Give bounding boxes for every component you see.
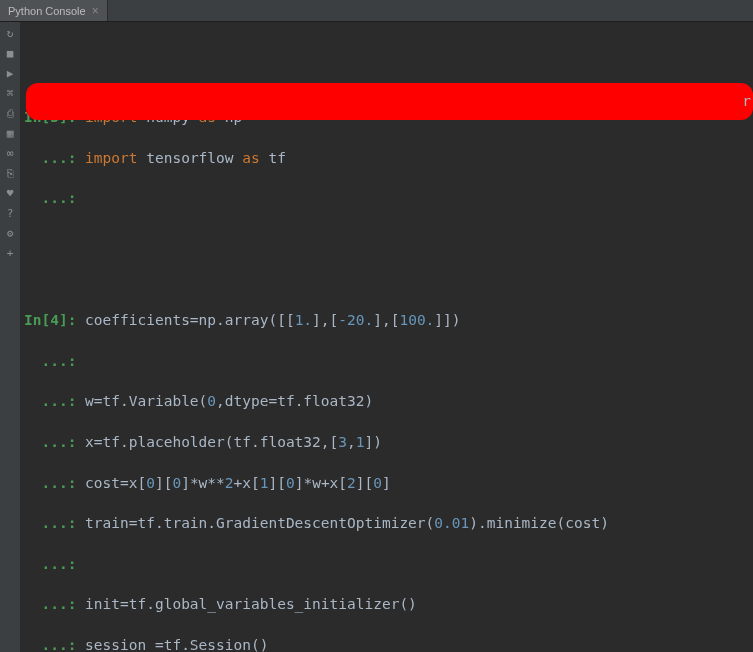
print-icon[interactable]: ⎙ bbox=[3, 106, 17, 120]
truncated-char: r bbox=[735, 83, 753, 120]
link-icon[interactable]: ∞ bbox=[3, 146, 17, 160]
prompt-cont: ...: bbox=[24, 150, 85, 166]
help-icon[interactable]: ? bbox=[3, 206, 17, 220]
console-output[interactable]: r In[3]: import numpy as np ...: import … bbox=[20, 22, 753, 652]
browse-icon[interactable]: ⎘ bbox=[3, 166, 17, 180]
vars-icon[interactable]: ▦ bbox=[3, 126, 17, 140]
idea-icon[interactable]: ♥ bbox=[3, 186, 17, 200]
rerun-icon[interactable]: ↻ bbox=[3, 26, 17, 40]
add-icon[interactable]: + bbox=[3, 246, 17, 260]
run-icon[interactable]: ▶ bbox=[3, 66, 17, 80]
tool-gutter: ↻■▶⌘⎙▦∞⎘♥?⚙+ bbox=[0, 22, 20, 652]
close-icon[interactable]: × bbox=[92, 5, 99, 17]
attach-icon[interactable]: ⌘ bbox=[3, 86, 17, 100]
tab-bar: Python Console × bbox=[0, 0, 753, 22]
stop-icon[interactable]: ■ bbox=[3, 46, 17, 60]
tab-python-console[interactable]: Python Console × bbox=[0, 0, 108, 21]
tab-title: Python Console bbox=[8, 5, 86, 17]
highlight-bar bbox=[26, 83, 753, 120]
settings-icon[interactable]: ⚙ bbox=[3, 226, 17, 240]
prompt-in-4: In[4]: bbox=[24, 312, 85, 328]
